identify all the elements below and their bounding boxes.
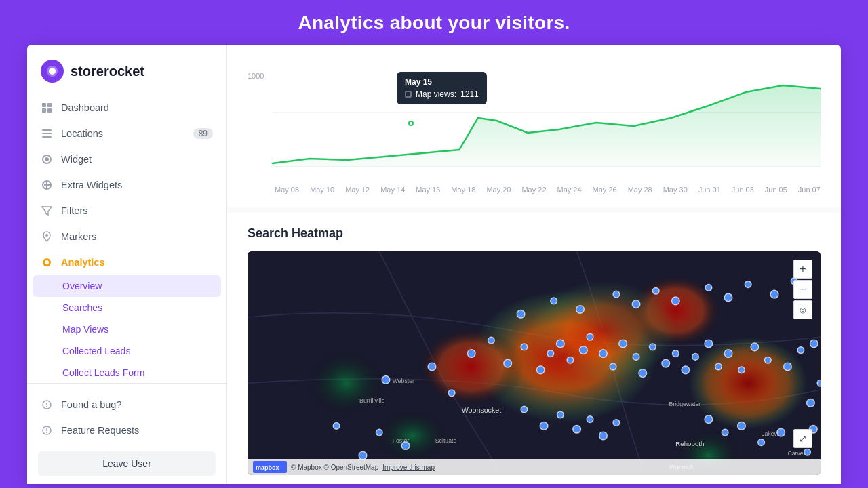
tooltip-dot-indicator (408, 121, 414, 126)
subnav-label-map-views: Map Views (62, 324, 108, 335)
sidebar-item-markers[interactable]: Markers (27, 224, 226, 249)
bug-icon (41, 399, 53, 411)
x-label-14: Jun 05 (765, 186, 787, 194)
logo-icon (41, 60, 64, 83)
sidebar-item-locations[interactable]: Locations 89 (27, 121, 226, 146)
improve-link[interactable]: Improve this map (382, 464, 435, 471)
y-label: 1000 (248, 72, 264, 80)
x-label-2: May 12 (345, 186, 370, 194)
svg-point-70 (649, 344, 656, 350)
svg-point-89 (540, 422, 548, 430)
sidebar-item-label-widget: Widget (61, 154, 92, 165)
svg-point-71 (662, 359, 670, 367)
svg-point-63 (580, 346, 588, 354)
leave-user-button[interactable]: Leave User (38, 451, 216, 476)
svg-point-112 (770, 290, 778, 298)
svg-text:Scituate: Scituate (435, 437, 457, 444)
sidebar-item-bug[interactable]: Found a bug? (27, 392, 226, 418)
svg-point-94 (613, 420, 620, 426)
svg-point-79 (751, 343, 759, 351)
svg-point-115 (817, 380, 821, 386)
svg-point-96 (722, 429, 728, 436)
map-pin-icon (41, 230, 53, 243)
chart-svg (248, 58, 821, 180)
chart-container: 1000 May 15 Map views: 1211 (248, 58, 821, 201)
subnav-label-collected-leads: Collected Leads (62, 346, 130, 357)
subnav-label-collect-leads-form: Collect Leads Form (62, 367, 144, 378)
mapbox-logo: mapbox (253, 461, 287, 473)
svg-point-53 (428, 363, 436, 371)
nav-section: Dashboard Locations 89 (27, 95, 226, 383)
svg-point-66 (610, 363, 616, 370)
banner-title: Analytics about your visitors. (0, 12, 868, 34)
widget-icon (41, 153, 53, 165)
svg-text:Webster: Webster (393, 378, 414, 384)
zoom-in-button[interactable]: + (793, 260, 812, 279)
sidebar-item-extra-widgets[interactable]: Extra Widgets (27, 172, 226, 198)
svg-point-98 (758, 439, 765, 446)
svg-point-61 (557, 340, 565, 348)
sidebar-bottom: Found a bug? Feature Requests Leave User (27, 383, 226, 484)
chart-x-labels: May 08 May 10 May 12 May 14 May 16 May 1… (248, 186, 821, 194)
svg-point-92 (587, 416, 593, 423)
top-banner: Analytics about your visitors. (0, 0, 868, 45)
map-expand-button[interactable]: ⤢ (793, 429, 812, 448)
subnav-item-collected-leads[interactable]: Collected Leads (27, 340, 226, 362)
logo-area: storerocket (27, 45, 226, 95)
svg-point-108 (671, 297, 679, 305)
svg-text:Bridgewater: Bridgewater (669, 401, 701, 407)
subnav-label-overview: Overview (62, 281, 102, 291)
map-container: Woonsocket Burrillville Foster Scituate … (248, 251, 821, 475)
svg-point-58 (521, 344, 528, 350)
svg-point-99 (777, 428, 785, 436)
logo-text: storerocket (71, 64, 144, 79)
svg-point-24 (46, 432, 47, 433)
reset-bearing-button[interactable]: ◎ (793, 300, 812, 319)
sidebar-item-label-locations: Locations (61, 128, 103, 139)
svg-point-93 (599, 432, 608, 440)
subnav-item-map-views[interactable]: Map Views (27, 319, 226, 340)
svg-rect-2 (42, 103, 46, 107)
mapbox-attribution: mapbox © Mapbox © OpenStreetMap Improve … (248, 459, 821, 475)
svg-point-32 (531, 281, 676, 380)
app-shell: storerocket Dashboard (27, 45, 841, 484)
sidebar-item-filters[interactable]: Filters (27, 198, 226, 224)
sidebar-item-label-analytics: Analytics (61, 257, 104, 268)
svg-point-91 (573, 425, 581, 433)
svg-point-10 (45, 157, 49, 161)
svg-point-77 (724, 350, 732, 358)
svg-rect-6 (42, 129, 52, 131)
svg-point-64 (587, 333, 593, 340)
svg-point-81 (784, 363, 792, 371)
x-label-8: May 24 (557, 186, 582, 194)
sidebar-item-feature[interactable]: Feature Requests (27, 418, 226, 443)
sidebar-item-analytics[interactable]: Analytics (27, 249, 226, 275)
filter-icon (41, 205, 53, 217)
svg-point-69 (639, 369, 647, 378)
svg-point-82 (797, 347, 804, 354)
sidebar: storerocket Dashboard (27, 45, 227, 484)
svg-text:Carver: Carver (787, 450, 805, 457)
svg-point-105 (613, 291, 620, 298)
svg-point-100 (804, 449, 811, 455)
svg-text:Rehoboth: Rehoboth (675, 440, 704, 447)
svg-point-56 (488, 337, 495, 344)
zoom-out-button[interactable]: − (793, 280, 812, 299)
svg-point-88 (521, 406, 528, 413)
svg-point-104 (576, 306, 585, 314)
svg-marker-14 (42, 207, 52, 215)
svg-point-57 (504, 359, 512, 367)
subnav-item-collect-leads-form[interactable]: Collect Leads Form (27, 362, 226, 383)
svg-point-84 (333, 423, 340, 430)
x-label-10: May 28 (628, 186, 652, 194)
sidebar-item-dashboard[interactable]: Dashboard (27, 95, 226, 121)
subnav-label-searches: Searches (62, 302, 102, 313)
svg-point-107 (652, 287, 659, 294)
mapbox-credit: © Mapbox © OpenStreetMap (291, 464, 378, 471)
map-zoom-controls: + − ◎ (793, 260, 812, 319)
subnav-item-overview[interactable]: Overview (33, 275, 221, 297)
svg-point-83 (810, 340, 818, 348)
svg-point-111 (745, 281, 751, 288)
sidebar-item-widget[interactable]: Widget (27, 146, 226, 172)
subnav-item-searches[interactable]: Searches (27, 297, 226, 319)
